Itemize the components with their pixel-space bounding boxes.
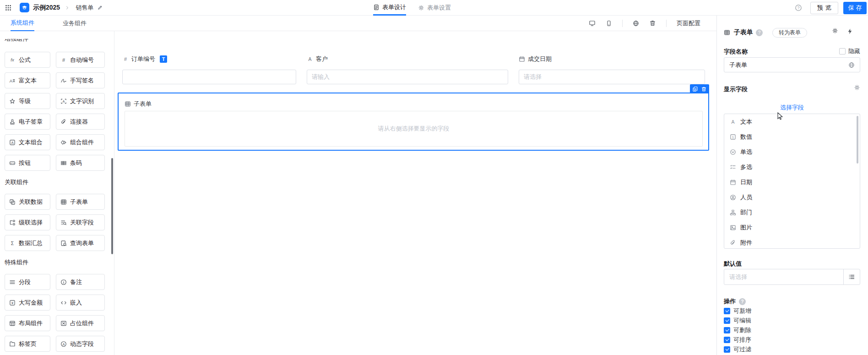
operation-row: 可新增 <box>724 306 860 316</box>
sidebar-item-grid[interactable]: 子表单 <box>56 194 105 210</box>
canvas-field-1[interactable]: A客户请输入 <box>307 55 508 84</box>
sidebar-item-sign[interactable]: 手写签名 <box>56 72 105 88</box>
hide-checkbox[interactable] <box>839 48 846 55</box>
field-type-item[interactable]: 多选 <box>724 159 860 175</box>
sidebar-item-stamp[interactable]: 电子签章 <box>5 114 50 130</box>
field-input[interactable]: 请选择 <box>519 70 705 84</box>
sidebar-item-relfield[interactable]: 关联字段 <box>56 214 105 230</box>
list-scrollbar[interactable] <box>857 116 858 164</box>
delete-widget-icon[interactable] <box>701 86 707 92</box>
field-type-item[interactable]: 部门 <box>724 205 860 220</box>
app-logo-icon[interactable] <box>20 3 29 12</box>
automation-lightning-icon[interactable] <box>846 28 853 35</box>
sidebar-item-info[interactable]: 备注 <box>56 274 105 290</box>
field-input[interactable]: 请输入 <box>307 70 508 84</box>
i18n-globe-icon[interactable] <box>848 62 855 68</box>
sidebar-item-amount[interactable]: ¥大写金额 <box>5 295 50 311</box>
barcode-icon <box>60 160 67 166</box>
sidebar-item-ocr[interactable]: A文字识别 <box>56 93 105 109</box>
diamond-icon <box>60 139 67 146</box>
field-type-item[interactable]: 日期 <box>724 175 860 190</box>
sidebar-item-tabpage[interactable]: 标签页 <box>5 336 50 352</box>
sidebar-item-queryform[interactable]: 查询表单 <box>56 235 105 251</box>
field-name-input[interactable]: 子表单 <box>724 57 860 72</box>
preview-button[interactable]: 预览 <box>810 2 838 14</box>
copy-widget-icon[interactable] <box>692 86 698 92</box>
sidebar-item-lines3[interactable]: 分段 <box>5 274 50 290</box>
app-title: 示例2025 <box>33 4 60 12</box>
field-type-list: A文本1数值单选多选日期人员部门图片附件 <box>724 114 860 249</box>
sidebar-item-sigma[interactable]: Σ数据汇总 <box>5 235 50 251</box>
sidebar-scrollbar[interactable] <box>111 158 113 254</box>
operation-checkbox[interactable] <box>724 317 730 324</box>
field-type-item[interactable]: 1数值 <box>724 129 860 144</box>
svg-text:A: A <box>11 140 14 144</box>
field-type-label: 多选 <box>740 163 752 171</box>
sidebar-item-placeholder[interactable]: 占位组件 <box>56 315 105 331</box>
sidebar-item-richtext[interactable]: A富文本 <box>5 72 50 88</box>
svg-text:¥: ¥ <box>11 301 14 305</box>
sidebar-item-barcode[interactable]: 条码 <box>56 155 105 171</box>
sidebar-item-layout[interactable]: 布局组件 <box>5 315 50 331</box>
default-value-input[interactable]: 请选择 <box>724 269 860 285</box>
field-type-item[interactable]: 人员 <box>724 190 860 205</box>
sidebar-item-linkdata[interactable]: 关联数据 <box>5 194 50 210</box>
field-input[interactable] <box>122 70 296 84</box>
canvas-field-0[interactable]: #订单编号T <box>122 55 296 84</box>
sidebar-item-label: 查询表单 <box>70 239 94 247</box>
sidebar-item-star[interactable]: 等级 <box>5 93 50 109</box>
field-type-item[interactable]: 附件 <box>724 235 860 249</box>
svg-text:A: A <box>63 342 65 345</box>
operation-checkbox[interactable] <box>724 327 730 333</box>
divider <box>666 20 667 27</box>
field-type-item[interactable]: 图片 <box>724 220 860 235</box>
display-fields-gear-icon[interactable] <box>854 84 860 91</box>
sidebar-item-fx[interactable]: fx公式 <box>5 52 50 68</box>
sidebar-item-cascade[interactable]: 级联选择 <box>5 214 50 230</box>
tab-form-settings[interactable]: 表单设置 <box>418 0 451 16</box>
select-fields-link[interactable]: 选择字段 <box>724 104 860 112</box>
sidebar-item-dynfield[interactable]: A动态字段 <box>56 336 105 352</box>
help-icon[interactable]: ? <box>795 4 802 11</box>
convert-to-form-button[interactable]: 转为表单 <box>772 28 807 38</box>
mobile-view-icon[interactable] <box>606 20 612 27</box>
field-settings-gear-icon[interactable] <box>832 27 838 34</box>
app-grid-menu-icon[interactable] <box>5 4 12 11</box>
sidebar-item-label: 大写金额 <box>19 299 43 307</box>
clear-canvas-trash-icon[interactable] <box>649 20 656 27</box>
tab-system-components[interactable]: 系统组件 <box>11 16 34 31</box>
sidebar-item-code[interactable]: 嵌入 <box>56 295 105 311</box>
globe-icon[interactable] <box>633 20 639 27</box>
mouse-cursor <box>777 112 784 120</box>
help-icon[interactable]: ? <box>756 29 763 36</box>
operations-label-row: 操作 ? <box>724 297 860 306</box>
edit-form-name-icon[interactable] <box>97 5 103 11</box>
dept-icon <box>730 209 736 216</box>
canvas-field-2[interactable]: 成交日期请选择 <box>519 55 705 84</box>
operation-checkbox[interactable] <box>724 346 730 353</box>
property-panel: 子表单 ? 转为表单 字段名称 隐藏 子表单 显示字段 选择字段 A文本1数值单… <box>716 16 868 355</box>
page-config-button[interactable]: 页面配置 <box>677 19 700 27</box>
save-button[interactable]: 保存 <box>843 2 867 14</box>
sidebar-item-label: 标签页 <box>19 340 37 348</box>
field-type-item[interactable]: A文本 <box>724 114 860 129</box>
sidebar-item-diamond[interactable]: 组合组件 <box>56 134 105 150</box>
field-type-label: 人员 <box>740 193 752 202</box>
sidebar-item-clip[interactable]: 连接器 <box>56 114 105 130</box>
field-label: #订单编号T <box>122 55 296 63</box>
field-type-item[interactable]: 单选 <box>724 144 860 159</box>
sidebar-item-hash[interactable]: #自动编号 <box>56 52 105 68</box>
tab-business-components[interactable]: 业务组件 <box>63 16 87 31</box>
subform-widget-selected[interactable]: 子表单 请从右侧选择要显示的字段 <box>118 93 709 151</box>
default-value-list-icon[interactable] <box>843 269 860 284</box>
widget-action-bar <box>690 84 709 93</box>
sidebar-item-btn[interactable]: BTN按钮 <box>5 155 50 171</box>
svg-text:BTN: BTN <box>11 162 14 164</box>
tab-form-design[interactable]: 表单设计 <box>373 0 406 16</box>
help-icon[interactable]: ? <box>739 298 746 305</box>
operation-checkbox[interactable] <box>724 308 730 314</box>
sidebar-item-boxA[interactable]: A文本组合 <box>5 134 50 150</box>
hash-icon: # <box>122 56 129 62</box>
desktop-view-icon[interactable] <box>589 20 596 27</box>
operation-checkbox[interactable] <box>724 337 730 343</box>
